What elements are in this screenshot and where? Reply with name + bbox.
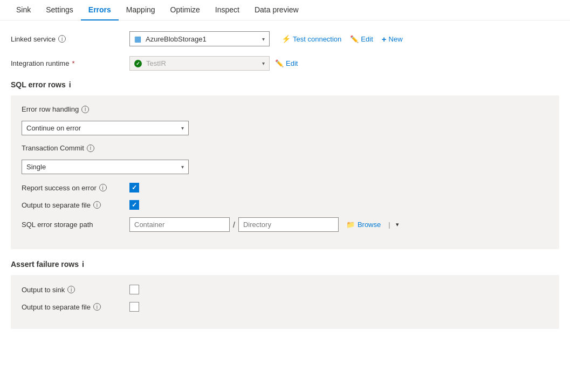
linked-service-chevron-icon: ▾ — [262, 36, 265, 42]
output-separate-file-checkbox[interactable] — [129, 200, 139, 210]
container-input[interactable] — [129, 217, 230, 232]
error-row-handling-dropdown[interactable]: Continue on error ▾ — [22, 121, 189, 135]
assert-output-separate-label: Output to separate file i — [22, 303, 129, 311]
transaction-commit-dropdown[interactable]: Single ▾ — [22, 160, 189, 174]
output-to-sink-info-icon: i — [67, 286, 75, 293]
tab-bar: Sink Settings Errors Mapping Optimize In… — [0, 0, 570, 20]
tab-settings[interactable]: Settings — [38, 0, 81, 20]
storage-icon: ▦ — [134, 35, 141, 43]
error-row-handling-row: Error row handling i — [22, 105, 548, 113]
report-success-row: Report success on error i — [22, 183, 548, 192]
linked-service-control: ▦ AzureBlobStorage1 ▾ ⚡ Test connection … — [129, 31, 403, 46]
sql-error-rows-header: SQL error rows i — [11, 80, 559, 89]
assert-failure-rows-box: Output to sink i Output to separate file… — [11, 275, 559, 329]
transaction-commit-chevron-icon: ▾ — [181, 164, 184, 170]
error-row-handling-control: Continue on error ▾ — [22, 121, 548, 135]
error-row-handling-chevron-icon: ▾ — [181, 125, 184, 131]
path-separator: / — [233, 221, 235, 229]
storage-path-row: SQL error storage path / 📁 Browse | ▾ — [22, 217, 548, 232]
output-separate-file-info-icon: i — [93, 201, 101, 209]
linked-service-info-icon: i — [58, 35, 66, 43]
edit-runtime-link[interactable]: ✏️ Edit — [275, 59, 298, 67]
assert-output-separate-row: Output to separate file i — [22, 302, 548, 312]
linked-service-label: Linked service i — [11, 35, 129, 43]
sql-error-rows-box: Error row handling i Continue on error ▾… — [11, 95, 559, 249]
integration-runtime-row: Integration runtime * TestIR ▾ ✏️ Edit — [11, 56, 559, 71]
sql-error-rows-info-icon: i — [69, 80, 71, 89]
browse-divider: | — [388, 221, 390, 229]
edit-runtime-icon: ✏️ — [275, 59, 284, 67]
tab-sink[interactable]: Sink — [9, 0, 38, 20]
output-to-sink-label: Output to sink i — [22, 286, 129, 294]
new-linked-service-link[interactable]: + New — [382, 35, 403, 44]
output-separate-file-row: Output to separate file i — [22, 200, 548, 210]
integration-runtime-control: TestIR ▾ ✏️ Edit — [129, 56, 298, 71]
folder-icon: 📁 — [346, 221, 355, 229]
directory-input[interactable] — [238, 217, 339, 232]
browse-button[interactable]: 📁 Browse — [342, 218, 385, 231]
error-row-handling-info-icon: i — [81, 106, 89, 113]
tab-errors[interactable]: Errors — [81, 0, 119, 20]
assert-failure-rows-header: Assert failure rows i — [11, 260, 559, 269]
test-connection-icon: ⚡ — [281, 35, 291, 43]
output-to-sink-checkbox[interactable] — [129, 285, 139, 294]
assert-output-separate-info-icon: i — [93, 303, 101, 311]
report-success-info-icon: i — [99, 184, 107, 191]
assert-output-separate-checkbox[interactable] — [129, 302, 139, 312]
tab-mapping[interactable]: Mapping — [119, 0, 163, 20]
test-connection-link[interactable]: ⚡ Test connection — [281, 35, 341, 43]
integration-runtime-dropdown[interactable]: TestIR ▾ — [129, 56, 270, 71]
edit-linked-service-link[interactable]: ✏️ Edit — [350, 35, 373, 43]
runtime-status-icon — [134, 60, 142, 67]
edit-linked-service-icon: ✏️ — [350, 35, 359, 43]
transaction-commit-control: Single ▾ — [22, 160, 548, 174]
storage-path-controls: / 📁 Browse | ▾ — [129, 217, 401, 232]
error-row-handling-label: Error row handling i — [22, 105, 129, 113]
new-linked-service-icon: + — [382, 35, 387, 44]
linked-service-dropdown[interactable]: ▦ AzureBlobStorage1 ▾ — [129, 31, 270, 46]
transaction-commit-row: Transaction Commit i — [22, 144, 548, 152]
report-success-label: Report success on error i — [22, 184, 129, 192]
tab-optimize[interactable]: Optimize — [163, 0, 208, 20]
integration-runtime-label: Integration runtime * — [11, 59, 129, 67]
browse-dropdown-chevron-icon[interactable]: ▾ — [394, 218, 401, 231]
runtime-dropdown-chevron-icon: ▾ — [262, 60, 265, 66]
linked-service-actions: ⚡ Test connection ✏️ Edit + New — [281, 35, 403, 44]
output-to-sink-row: Output to sink i — [22, 285, 548, 294]
output-separate-file-label: Output to separate file i — [22, 201, 129, 209]
report-success-checkbox[interactable] — [129, 183, 139, 192]
linked-service-row: Linked service i ▦ AzureBlobStorage1 ▾ ⚡… — [11, 31, 559, 46]
tab-inspect[interactable]: Inspect — [208, 0, 247, 20]
assert-failure-rows-info-icon: i — [82, 260, 84, 269]
transaction-commit-info-icon: i — [87, 145, 94, 152]
transaction-commit-label: Transaction Commit i — [22, 144, 129, 152]
main-content: Linked service i ▦ AzureBlobStorage1 ▾ ⚡… — [0, 20, 570, 350]
storage-path-label: SQL error storage path — [22, 221, 129, 229]
tab-data-preview[interactable]: Data preview — [247, 0, 306, 20]
